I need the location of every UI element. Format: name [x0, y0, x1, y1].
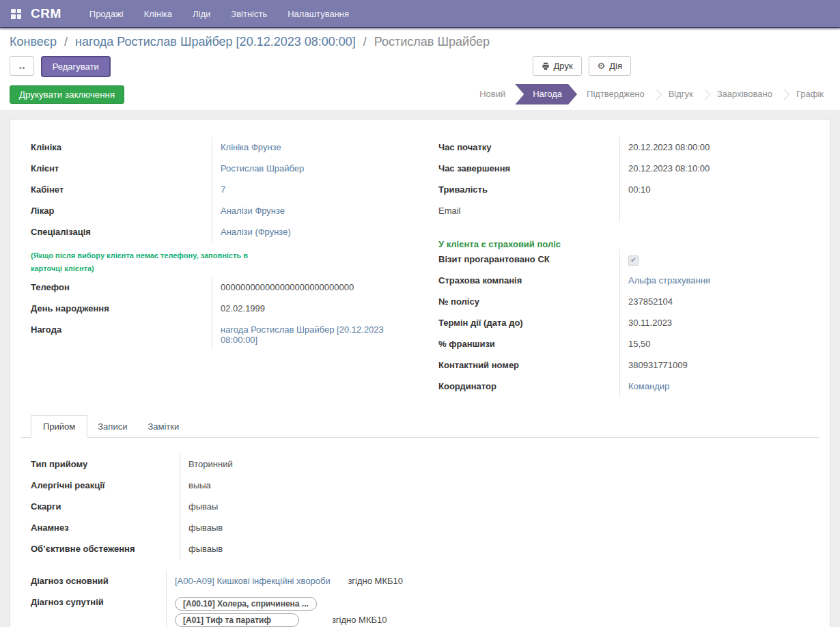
- edit-button[interactable]: Редагувати: [41, 56, 111, 77]
- form-left-column: Клініка Клініка Фрунзе Клієнт Ростислав …: [21, 137, 411, 398]
- statusbar: Новий Нагода Підтверджено Відгук Заархів…: [473, 84, 830, 104]
- field-label-start-time: Час початку: [429, 137, 619, 158]
- printer-icon: [542, 62, 550, 70]
- field-value-valid-until: 30.11.2023: [619, 313, 819, 334]
- control-panel: Конвеєр / нагода Ростислав Шрайбер [20.1…: [0, 28, 840, 110]
- field-value-duration: 00:10: [619, 180, 819, 201]
- tab-reception[interactable]: Прийом: [31, 415, 87, 438]
- field-label-allergic-reactions: Алергічні реакції: [21, 475, 180, 497]
- field-label-end-time: Час завершення: [429, 158, 619, 180]
- field-value-client[interactable]: Ростислав Шрайбер: [212, 158, 411, 180]
- field-label-client: Клієнт: [21, 158, 212, 180]
- diagnosis-group: Діагноз основний [A00-A09] Кишкові інфек…: [21, 571, 819, 627]
- field-value-opportunity[interactable]: нагода Ростислав Шрайбер [20.12.2023 08:…: [212, 320, 411, 350]
- print-button[interactable]: Друк: [533, 56, 582, 76]
- field-value-specialization[interactable]: Аналізи (Фрунзе): [212, 222, 411, 243]
- diagnosis-tag: [A00.10] Холера, спричинена ...: [175, 597, 317, 611]
- nav-item-leads[interactable]: Ліди: [182, 0, 221, 28]
- chevron-separator-icon: [651, 89, 662, 100]
- print-action-group: Друк ⚙ Дія: [533, 56, 631, 76]
- breadcrumb-link-opportunity[interactable]: нагода Ростислав Шрайбер [20.12.2023 08:…: [75, 35, 356, 48]
- field-value-phone: 000000000000000000000000000: [212, 277, 411, 298]
- insurance-group: Візит прогарантовано СК ✔ Страхова компа…: [429, 249, 819, 398]
- stage-opportunity-active[interactable]: Нагода: [515, 84, 577, 104]
- breadcrumb-current: Ростислав Шрайбер: [374, 35, 490, 48]
- breadcrumb-link-pipeline[interactable]: Конвеєр: [10, 35, 57, 48]
- field-label-insurance-company: Страхова компанія: [429, 270, 619, 292]
- stage-feedback[interactable]: Відгук: [662, 84, 700, 104]
- field-value-birthday: 02.02.1999: [212, 298, 411, 320]
- field-label-contact-number: Контактний номер: [429, 355, 619, 376]
- diagnosis-main-suffix: згідно МКБ10: [348, 576, 403, 586]
- field-value-objective-examination: фываыв: [180, 539, 819, 560]
- field-value-start-time: 20.12.2023 08:00:00: [619, 137, 819, 158]
- field-label-reception-type: Тип прийому: [21, 454, 180, 475]
- breadcrumb: Конвеєр / нагода Ростислав Шрайбер [20.1…: [10, 35, 830, 49]
- field-label-specialization: Спеціалізація: [21, 222, 212, 243]
- stage-new[interactable]: Новий: [473, 84, 512, 104]
- nav-item-sales[interactable]: Продажі: [79, 0, 134, 28]
- breadcrumb-separator: /: [363, 35, 367, 48]
- stage-archived[interactable]: Заархівовано: [710, 84, 779, 104]
- field-label-anamnesis: Анамнез: [21, 518, 180, 539]
- diagnosis-main-link[interactable]: [A00-A09] Кишкові інфекційні хвороби: [175, 576, 331, 586]
- field-label-phone: Телефон: [21, 277, 212, 298]
- field-label-email: Email: [429, 201, 619, 222]
- field-value-diagnosis-secondary: [A00.10] Холера, спричинена ... [A01] Ти…: [166, 592, 819, 627]
- gear-icon: ⚙: [598, 61, 606, 70]
- nav-item-settings[interactable]: Налаштування: [277, 0, 359, 28]
- button-row: ↔ Редагувати Друк ⚙ Дія: [10, 56, 830, 77]
- field-value-cabinet[interactable]: 7: [212, 180, 411, 201]
- field-value-reception-type: Вторинний: [180, 454, 819, 475]
- form-sheet: Клініка Клініка Фрунзе Клієнт Ростислав …: [10, 119, 830, 627]
- field-value-anamnesis: фываыв: [180, 518, 819, 539]
- field-value-complaints: фываы: [180, 497, 819, 518]
- tab-pane-reception: Тип прийому Вторинний Алергічні реакції …: [21, 438, 819, 627]
- time-group: Час початку 20.12.2023 08:00:00 Час заве…: [429, 137, 819, 222]
- phone-group: Телефон 000000000000000000000000000 День…: [21, 277, 411, 350]
- stage-confirmed[interactable]: Підтверджено: [580, 84, 652, 104]
- tab-records[interactable]: Записи: [87, 416, 137, 437]
- visit-guaranteed-checkbox[interactable]: ✔: [628, 255, 639, 266]
- breadcrumb-separator: /: [64, 35, 68, 48]
- field-label-objective-examination: Об’єктивне обстеження: [21, 539, 180, 560]
- field-value-email: [619, 201, 819, 222]
- form-right-column: Час початку 20.12.2023 08:00:00 Час заве…: [429, 137, 819, 398]
- field-value-doctor[interactable]: Аналізи Фрунзе: [212, 201, 411, 222]
- field-value-insurance-company[interactable]: Альфа страхування: [619, 270, 819, 292]
- field-label-birthday: День народження: [21, 298, 212, 320]
- nav-item-reporting[interactable]: Звітність: [221, 0, 277, 28]
- diagnosis-tag: [A01] Тиф та паратиф: [175, 613, 299, 627]
- diagnosis-secondary-suffix: згідно МКБ10: [332, 615, 387, 625]
- action-button-label: Дія: [609, 61, 622, 71]
- field-value-clinic[interactable]: Клініка Фрунзе: [212, 137, 411, 158]
- nav-item-clinic[interactable]: Клініка: [134, 0, 182, 28]
- reception-group: Тип прийому Вторинний Алергічні реакції …: [21, 454, 819, 560]
- field-value-contact-number: 380931771009: [619, 355, 819, 376]
- phone-hint-note: (Якщо після вибору клієнта немає телефон…: [31, 249, 249, 276]
- field-label-opportunity: Нагода: [21, 320, 212, 350]
- field-label-diagnosis-secondary: Діагноз супутній: [21, 592, 166, 627]
- field-value-coordinator[interactable]: Командир: [619, 376, 819, 398]
- tab-notes[interactable]: Замітки: [137, 416, 189, 437]
- apps-grid-icon[interactable]: [11, 9, 21, 19]
- field-label-diagnosis-main: Діагноз основний: [21, 571, 166, 592]
- chevron-separator-icon: [699, 89, 710, 100]
- print-conclusion-button[interactable]: Друкувати заключення: [10, 85, 124, 104]
- field-value-diagnosis-main: [A00-A09] Кишкові інфекційні хвороби згі…: [166, 571, 819, 592]
- field-label-coordinator: Координатор: [429, 376, 619, 398]
- field-label-cabinet: Кабінет: [21, 180, 212, 201]
- stage-schedule[interactable]: Графік: [789, 84, 830, 104]
- action-button[interactable]: ⚙ Дія: [589, 56, 631, 76]
- field-value-allergic-reactions: выыа: [180, 475, 819, 497]
- field-label-clinic: Клініка: [21, 137, 212, 158]
- top-navbar: CRM Продажі Клініка Ліди Звітність Налаш…: [0, 0, 840, 28]
- field-value-franchise-percent: 15,50: [619, 334, 819, 355]
- resize-arrows-button[interactable]: ↔: [10, 56, 34, 76]
- field-label-doctor: Лікар: [21, 201, 212, 222]
- field-label-duration: Тривалість: [429, 180, 619, 201]
- notebook-tabs: Прийом Записи Замітки: [21, 415, 819, 438]
- field-label-complaints: Скарги: [21, 497, 180, 518]
- print-button-label: Друк: [554, 61, 573, 71]
- app-brand[interactable]: CRM: [31, 6, 61, 21]
